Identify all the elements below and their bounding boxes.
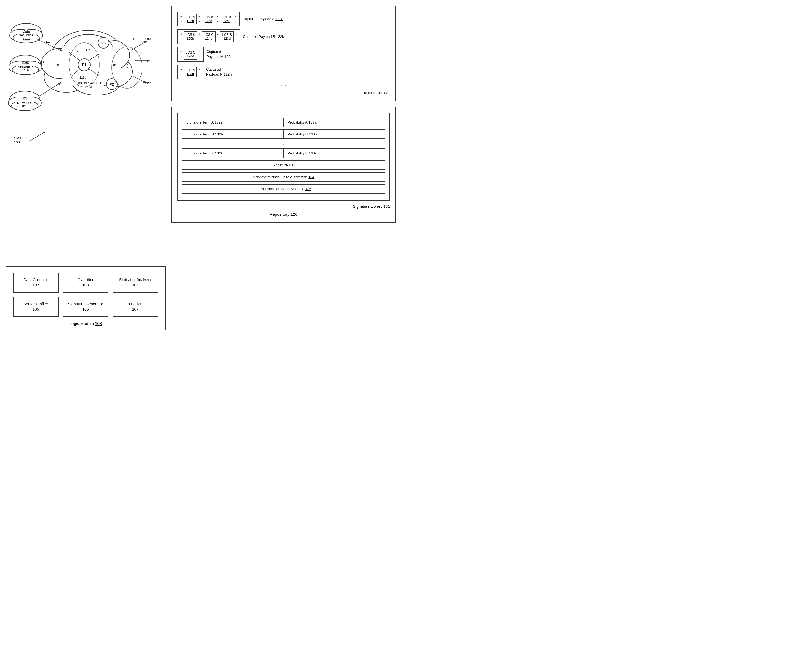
label-112: 112 xyxy=(46,40,50,43)
network-diagram: Data Network A 101a Data Network B 101b xyxy=(5,5,166,261)
sig-lib-label: Signature Library 131 xyxy=(353,204,390,209)
training-dots: · · xyxy=(177,82,390,88)
classifier-box: Classifier 103 xyxy=(63,273,108,293)
arrow-115a-down xyxy=(132,76,146,83)
signature-generator-box: Signature Generator 106 xyxy=(63,297,108,317)
cloud-a: Data Network A 101a xyxy=(10,23,43,43)
cloud-b-label: Data xyxy=(22,61,29,65)
star-b1: *· xyxy=(180,33,182,41)
p2-label: P2 xyxy=(109,82,114,86)
classifier-label: Classifier xyxy=(78,278,94,282)
payload-n-label: CapturedPayload N 122n xyxy=(206,67,232,77)
label-111: 111 xyxy=(41,60,46,63)
training-set-container: *· LCS A123b *· LCS B123d *· LCS K125b *… xyxy=(171,5,396,101)
label-115b: 115b xyxy=(145,37,151,41)
dot3 xyxy=(127,67,128,68)
data-collector-ref: 102 xyxy=(33,283,39,287)
logic-module-label: Logic Module 108 xyxy=(13,321,158,326)
signature-box: Signature 133 xyxy=(182,160,385,170)
sig-term-b-cell: Signature Term B 132b xyxy=(182,129,284,139)
p1-label: P1 xyxy=(82,63,86,67)
cloud-c-label2: Network C xyxy=(17,101,33,105)
repo-label: Repository 120 xyxy=(177,212,390,217)
star-n1: *· xyxy=(180,68,182,76)
lcs-k-125b-a: LCS K125b xyxy=(220,14,234,24)
lcs-c-124d: LCS C124d xyxy=(202,31,216,42)
payload-n-box: *· LCS A123b *· xyxy=(177,65,203,80)
star-a3: *· xyxy=(216,15,219,23)
star-b3: *· xyxy=(216,33,219,41)
star-n2: *· xyxy=(198,68,200,76)
statistical-analyzer-label: Statistical Analyzer xyxy=(119,278,152,282)
sig-term-k-cell: Signature Term K 132k xyxy=(182,148,284,158)
signature-generator-ref: 106 xyxy=(82,307,89,312)
prob-k-cell: Probability K 133k xyxy=(284,148,385,158)
cloud-c-label: Data xyxy=(21,97,28,101)
logic-module-container: Data Collector 102 Classifier 103 Statis… xyxy=(5,266,166,331)
label-113: 113 xyxy=(75,50,80,54)
cloud-c-ref: 101c xyxy=(21,105,28,108)
system-arrow xyxy=(29,132,44,141)
star-m2: *· xyxy=(198,50,201,58)
lcs-b-123d-b: LCS B123d xyxy=(220,31,234,42)
payload-m-box: *· LCS C124d *· xyxy=(177,47,204,62)
star-a4: *· xyxy=(234,15,237,23)
nfa-box: Nondeterministic Finite Automaton 134 xyxy=(182,172,385,182)
training-set-label: Training Set 121 xyxy=(177,91,390,95)
sig-term-b-row: Signature Term B 132b Probability B 133b xyxy=(182,129,385,139)
lcs-c-124d-m: LCS C124d xyxy=(184,49,197,60)
payload-m-row: *· LCS C124d *· CapturedPayload M 122m xyxy=(177,47,390,62)
payload-a-row: *· LCS A123b *· LCS B123d *· LCS K125b *… xyxy=(177,11,390,26)
sig-term-a-cell: Signature Term A 132a xyxy=(182,117,284,127)
classifier-ref: 103 xyxy=(82,283,89,287)
label-113a: 113a xyxy=(80,76,86,79)
p3-label: P3 xyxy=(101,41,106,45)
system-label: System xyxy=(14,136,27,140)
sig-dots: · xyxy=(182,141,385,147)
sig-term-k-row: Signature Term K 132k Probability K 133k xyxy=(182,148,385,158)
cloud-d-label: Data Network D xyxy=(76,81,101,85)
cloud-b: Data Network B 101b xyxy=(9,55,42,75)
label-114: 114 xyxy=(86,48,91,52)
payload-a-label: Captured Payload A 122a xyxy=(242,16,283,21)
right-side: *· LCS A123b *· LCS B123d *· LCS K125b *… xyxy=(171,5,396,331)
star-m1: *· xyxy=(180,50,182,58)
server-profiler-label: Server Profiler xyxy=(23,302,48,306)
star-b4: *· xyxy=(235,33,237,41)
dot2 xyxy=(127,64,128,65)
server-profiler-box: Server Profiler 105 xyxy=(13,297,59,317)
cloud-b-label2: Network B xyxy=(18,65,33,69)
distiller-box: Distiller 107 xyxy=(112,297,158,317)
cloud-a-label2: Network A xyxy=(19,33,34,37)
star-a2: *· xyxy=(198,15,200,23)
dot1 xyxy=(127,62,128,63)
repository-container: Signature Term A 132a Probability A 133a… xyxy=(171,107,396,222)
data-collector-label: Data Collector xyxy=(23,278,48,282)
ttsm-box: Term Transition State Machine 135 xyxy=(182,184,385,194)
sig-lib-row: · Signature Library 131 xyxy=(177,203,390,209)
cloud-a-label: Data xyxy=(23,29,30,33)
diagram-svg: Data Network A 101a Data Network B 101b xyxy=(5,5,166,149)
payload-m-label: CapturedPayload M 122m xyxy=(206,49,234,59)
label-115: 115 xyxy=(132,37,137,41)
label-115a: 115a xyxy=(145,81,152,85)
prob-b-cell: Probability B 133b xyxy=(284,129,385,139)
star-a1: *· xyxy=(180,15,182,23)
lcs-a-123b-n: LCS A123b xyxy=(184,67,197,77)
statistical-analyzer-box: Statistical Analyzer 104 xyxy=(112,273,158,293)
server-profiler-ref: 105 xyxy=(33,307,39,312)
data-collector-box: Data Collector 102 xyxy=(13,273,59,293)
distiller-label: Distiller xyxy=(129,302,141,306)
payload-a-box: *· LCS A123b *· LCS B123d *· LCS K125b *… xyxy=(177,11,240,26)
prob-a-cell: Probability A 133a xyxy=(284,117,385,127)
payload-n-row: *· LCS A123b *· CapturedPayload N 122n xyxy=(177,65,390,80)
system-arrowhead xyxy=(43,131,46,133)
lcs-b-123d: LCS B123d xyxy=(202,14,215,24)
sig-term-a-row: Signature Term A 132a Probability A 133a xyxy=(182,117,385,127)
sig-lib-dot: · xyxy=(349,203,351,209)
left-side: Data Network A 101a Data Network B 101b xyxy=(5,5,166,331)
lcs-k-125b-b: LCS K125b xyxy=(184,31,197,42)
statistical-analyzer-ref: 104 xyxy=(132,283,138,287)
cloud-b-ref: 101b xyxy=(22,69,29,72)
star-b2: *· xyxy=(198,33,201,41)
